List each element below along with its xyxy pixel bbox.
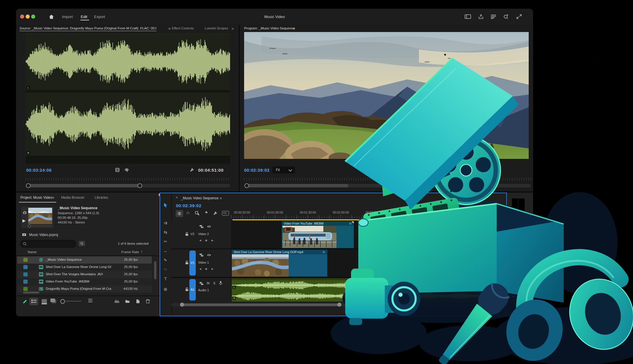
nested-sequence-button[interactable] [176,210,183,217]
program-time-ruler[interactable] [244,175,531,181]
timeline-panel-menu-icon[interactable]: ≡ [220,196,222,200]
timeline-current-timecode[interactable]: 00:02:39:02 [176,203,201,208]
track-id-v2[interactable]: V2 [191,232,194,236]
panel-overflow-icon[interactable]: » [232,26,234,31]
timeline-horizontal-scrollbar[interactable] [182,303,339,306]
track-name-v2[interactable]: Video 2 [198,232,209,236]
source-tab[interactable]: Source: _Music Video Sequence: Dragonfly… [20,26,156,31]
voiceover-mic-icon[interactable] [218,281,223,285]
preview-camera-icon[interactable] [23,211,27,215]
source-current-timecode[interactable]: 00:03:24:06 [26,168,52,173]
vertical-scroll-handle[interactable] [499,272,501,290]
column-header-name[interactable]: Name [28,250,37,254]
label-chip[interactable] [23,287,28,291]
program-tab[interactable]: Program: _Music Video Sequence [244,26,295,30]
sync-lock-icon[interactable] [199,253,204,257]
quick-export-search-icon[interactable] [503,14,509,19]
preview-play-icon[interactable]: ▶ [22,218,26,223]
project-horizontal-scrollbar[interactable] [23,292,39,294]
share-icon[interactable] [478,14,484,19]
program-monitor-frame[interactable] [244,32,529,159]
timeline-vertical-scrollbar[interactable] [499,272,501,301]
workspaces-icon[interactable] [490,14,497,19]
source-zoom-handle-right[interactable] [137,183,142,188]
label-chip[interactable] [23,258,28,262]
label-chip[interactable] [23,272,28,276]
selection-tool[interactable] [163,203,168,208]
lock-icon[interactable] [185,260,189,265]
meter-solo-right[interactable]: S [517,299,520,303]
lock-icon[interactable] [185,232,189,236]
project-file-name[interactable]: Music Video.prproj [29,233,58,237]
timeline-add-marker-icon[interactable]: ⚑ [205,211,208,215]
list-view-button[interactable] [29,298,38,305]
keyframe-next-icon[interactable]: ▶ [211,239,214,242]
sort-ascending-icon[interactable]: ↑ [141,250,142,254]
type-tool[interactable]: T [161,276,170,281]
lock-icon[interactable] [185,287,189,292]
program-zoom-select[interactable]: Fit [272,166,295,173]
timeline-ruler[interactable]: 00:00:30:00 00:01:00:00 00:01:30:00 00:0… [231,209,506,219]
fullscreen-icon[interactable] [516,14,522,19]
timeline-tab[interactable]: _Music Video Sequence [181,196,218,200]
project-row-video[interactable]: Shot Over La Garonne River Drone Long GO… [17,264,152,271]
project-row-video[interactable]: Shot Over The Vosges Mountains .AVI 25,0… [17,271,152,278]
tab-media-browser[interactable]: Media Browser [61,196,84,200]
label-chip[interactable] [23,265,28,269]
source-zoom-handle-left[interactable] [26,183,31,188]
meter-solo-left[interactable]: S [512,299,515,303]
program-zoom-scrollbar[interactable] [244,184,531,187]
source-zoom-scrollbar[interactable] [26,184,230,187]
track-header-v1[interactable]: V1 Video 1 ◀ ◆ ▶ [171,249,231,277]
linked-selection-icon[interactable] [195,211,200,216]
add-panel-button[interactable]: ⊞ [161,287,170,292]
search-input[interactable] [20,240,76,248]
hand-tool[interactable]: ☜ [161,267,170,272]
scrollbar-handle-left[interactable] [180,303,184,307]
track-target-v1[interactable]: V1 [189,251,196,276]
track-name-a1[interactable]: Audio 1 [198,288,209,292]
sync-lock-icon[interactable] [199,224,204,229]
clip-shot-over-la-garonne[interactable]: Shot Over La Garonne River Drone Long GO… [232,250,327,277]
sync-lock-icon[interactable] [199,281,204,286]
program-zoom-region[interactable] [246,184,348,187]
source-time-ruler[interactable] [26,175,230,181]
keyframe-add-icon[interactable]: ◆ [205,239,207,242]
new-bin-icon[interactable] [125,299,130,304]
program-current-timecode[interactable]: 00:02:39:02 [244,168,269,173]
preview-scrub-handle[interactable] [28,225,31,228]
project-preview-thumbnail[interactable]: ▶ [21,207,53,228]
freeform-view-button[interactable] [50,299,55,302]
track-name-v1[interactable]: Video 1 [198,261,209,264]
slip-tool[interactable]: ↔ [161,248,170,253]
source-zoom-region[interactable] [28,184,140,187]
razor-tool[interactable]: ✂ [161,239,170,244]
solo-button[interactable]: S [213,281,215,285]
automate-to-sequence-icon[interactable] [114,299,119,304]
timeline-settings-wrench-icon[interactable] [213,211,218,216]
source-panel-menu-icon[interactable]: ≡ [168,26,171,31]
project-row-video[interactable]: Video From YouTube .WEBM 25,00 fps [17,278,152,285]
keyframe-prev-icon[interactable]: ◀ [199,267,201,270]
project-panel-menu-icon[interactable]: ≡ [52,196,54,200]
keyframe-prev-icon[interactable]: ◀ [199,239,201,242]
program-panel-menu-icon[interactable]: ≡ [293,26,295,31]
new-item-icon[interactable] [135,299,140,304]
sort-options-icon[interactable] [88,299,92,299]
project-row-sequence[interactable]: _Music Video Sequence 25,00 fps [17,256,152,264]
pen-tool[interactable]: ✎ [161,258,170,262]
timeline-tab-close-icon[interactable]: × [176,195,178,200]
ripple-edit-tool[interactable]: ⇆ [161,230,170,235]
scrollbar-handle-right[interactable] [337,303,341,307]
tab-project[interactable]: Project: Music Video [20,196,52,200]
track-target-a1[interactable]: A1 [189,279,196,301]
zoom-slider-track[interactable] [66,301,81,301]
source-settings-wrench-icon[interactable] [190,168,194,172]
label-chip[interactable] [23,280,28,284]
panel-layout-icon[interactable] [465,14,471,19]
project-vertical-scrollbar[interactable] [154,261,156,279]
captions-cc-button[interactable]: CC [222,211,229,216]
zoom-slider-handle[interactable] [60,299,65,304]
eye-toggle-icon[interactable] [207,253,211,257]
keyframe-add-icon[interactable]: ◆ [205,267,207,270]
